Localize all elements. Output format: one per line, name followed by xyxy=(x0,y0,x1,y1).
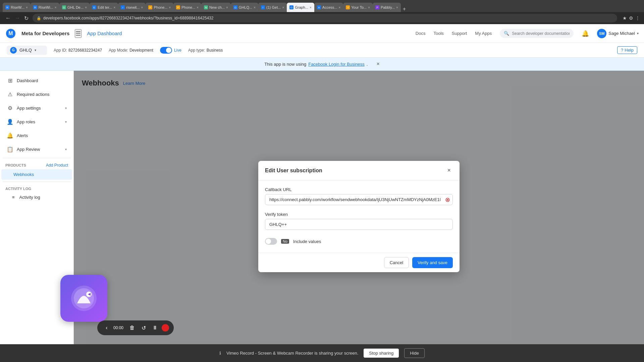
tab-close-6[interactable]: × xyxy=(169,6,171,9)
tab-12[interactable]: A Access... × xyxy=(314,3,343,12)
include-values-row: No Include values xyxy=(265,237,453,246)
tab-label-9: GHLQ... xyxy=(239,5,252,9)
tab-5[interactable]: r risewit... × xyxy=(118,3,146,12)
reload-button[interactable]: ↻ xyxy=(23,14,30,22)
hide-button[interactable]: Hide xyxy=(404,348,425,358)
recorder-time: 00:00 xyxy=(113,325,125,330)
sidebar-item-app-roles[interactable]: 👤 App roles ▾ xyxy=(1,115,72,128)
notification-text: This app is now using xyxy=(264,62,306,67)
tab-7[interactable]: P Phone... × xyxy=(173,3,201,12)
callback-url-input[interactable] xyxy=(265,194,453,205)
tab-1[interactable]: R RiseW... × xyxy=(3,3,31,12)
tab-close-2[interactable]: × xyxy=(55,6,57,9)
tab-close-9[interactable]: × xyxy=(254,6,256,9)
notification-bell-icon[interactable]: 🔔 xyxy=(582,30,589,37)
tab-close-7[interactable]: × xyxy=(197,6,199,9)
tab-13[interactable]: Y Your To... × xyxy=(343,3,373,12)
activity-log-icon: ≡ xyxy=(12,195,15,200)
forward-button[interactable]: → xyxy=(13,14,21,22)
browser-tabs: R RiseW... × R RiseWi... × G GHL De... ×… xyxy=(3,0,641,12)
recorder-restart-button[interactable]: ↺ xyxy=(139,323,148,333)
tab-label-2: RiseWi... xyxy=(39,5,53,9)
sidebar-item-app-review[interactable]: 📋 App Review ▾ xyxy=(1,142,72,156)
sidebar-item-required-actions[interactable]: ⚠ Required actions xyxy=(1,87,72,101)
tab-label-8: New ch... xyxy=(209,5,225,9)
tab-4[interactable]: E Edit ter... × xyxy=(90,3,118,12)
support-link[interactable]: Support xyxy=(452,31,467,36)
dashboard-icon: ⊞ xyxy=(7,77,13,84)
modal-overlay: Edit User subscription × Callback URL ⊗ … xyxy=(74,71,644,362)
extensions-button[interactable]: ⚙ xyxy=(629,15,633,21)
app-dashboard-title[interactable]: App Dashboard xyxy=(87,31,122,36)
callback-url-clear-button[interactable]: ⊗ xyxy=(445,196,450,203)
verify-save-button[interactable]: Verify and save xyxy=(412,257,453,268)
tab-favicon-12: A xyxy=(317,5,321,9)
sidebar-item-dashboard[interactable]: ⊞ Dashboard xyxy=(1,74,72,87)
tab-3[interactable]: G GHL De... × xyxy=(59,3,90,12)
add-product-link[interactable]: Add Product xyxy=(46,163,68,168)
verify-token-input[interactable] xyxy=(265,219,453,230)
tools-link[interactable]: Tools xyxy=(433,31,443,36)
sidebar-divider-1 xyxy=(3,158,71,158)
recorder-delete-button[interactable]: 🗑 xyxy=(127,323,137,333)
url-bar[interactable]: 🔒 developers.facebook.com/apps/827266832… xyxy=(33,14,617,22)
live-toggle[interactable]: Live xyxy=(160,47,181,54)
tab-favicon-6: P xyxy=(148,5,152,9)
include-values-toggle[interactable] xyxy=(265,238,277,245)
menu-button[interactable]: ⋮ xyxy=(635,15,640,21)
search-input[interactable] xyxy=(512,31,570,36)
avatar-circle: SM xyxy=(597,29,606,38)
toggle-switch-control[interactable] xyxy=(160,47,172,54)
recorder-stop-button[interactable] xyxy=(162,324,169,331)
recorder-pause-button[interactable]: ⏸ xyxy=(150,323,160,333)
tab-close-3[interactable]: × xyxy=(85,6,87,9)
tab-6[interactable]: P Phone... × xyxy=(146,3,173,12)
app-roles-icon: 👤 xyxy=(7,118,13,125)
tab-label-6: Phone... xyxy=(154,5,167,9)
notification-close-button[interactable]: × xyxy=(376,61,379,67)
search-box[interactable]: 🔍 xyxy=(500,29,574,38)
stop-sharing-button[interactable]: Stop sharing xyxy=(364,349,399,358)
tab-close-12[interactable]: × xyxy=(338,6,340,9)
app-roles-chevron-icon: ▾ xyxy=(65,120,67,124)
tab-close-4[interactable]: × xyxy=(113,6,115,9)
cancel-button[interactable]: Cancel xyxy=(384,257,409,268)
docs-link[interactable]: Docs xyxy=(416,31,426,36)
tab-8[interactable]: N New ch... × xyxy=(201,3,231,12)
sidebar-app-settings-label: App settings xyxy=(17,106,62,111)
svg-text:M: M xyxy=(8,31,13,36)
hamburger-menu[interactable]: ☰ xyxy=(75,29,82,38)
alerts-icon: 🔔 xyxy=(7,132,13,139)
user-avatar[interactable]: SM Sage Michael ▾ xyxy=(597,29,639,38)
tab-close-11[interactable]: × xyxy=(310,6,312,9)
tab-10[interactable]: f (1) Get... × xyxy=(258,3,287,12)
facebook-login-link[interactable]: Facebook Login for Business xyxy=(308,62,365,67)
recorder-back-button[interactable]: ‹ xyxy=(102,323,111,333)
include-values-toggle-knob xyxy=(266,239,271,244)
activity-section-header: Activity log xyxy=(0,184,73,192)
modal-close-button[interactable]: × xyxy=(445,166,453,175)
help-button[interactable]: ? Help xyxy=(617,46,637,54)
tab-close-8[interactable]: × xyxy=(226,6,228,9)
sidebar-webhooks-label: Webhooks xyxy=(13,172,67,177)
app-id-label: App ID: xyxy=(54,48,67,53)
back-button[interactable]: ← xyxy=(4,14,12,22)
callback-url-label: Callback URL xyxy=(265,187,453,192)
tab-close-13[interactable]: × xyxy=(368,6,370,9)
sidebar-item-webhooks[interactable]: Webhooks xyxy=(1,169,72,180)
app-selector[interactable]: G GHLQ ▾ xyxy=(7,46,47,55)
tab-close-10[interactable]: × xyxy=(282,6,284,9)
tab-close-5[interactable]: × xyxy=(141,6,143,9)
tab-9[interactable]: G GHLQ... × xyxy=(231,3,258,12)
sidebar-item-activity-log[interactable]: ≡ Activity log xyxy=(0,192,73,202)
tab-14[interactable]: P Pabbly... × xyxy=(373,3,401,12)
sidebar-item-alerts[interactable]: 🔔 Alerts xyxy=(1,129,72,142)
new-tab-button[interactable]: + xyxy=(401,6,408,12)
tab-2[interactable]: R RiseWi... × xyxy=(31,3,59,12)
tab-close-14[interactable]: × xyxy=(396,6,398,9)
my-apps-link[interactable]: My Apps xyxy=(475,31,492,36)
tab-close-1[interactable]: × xyxy=(26,6,28,9)
tab-11[interactable]: G Graph... × xyxy=(287,3,314,12)
bookmark-button[interactable]: ★ xyxy=(623,15,627,21)
sidebar-item-app-settings[interactable]: ⚙ App settings ▾ xyxy=(1,101,72,115)
